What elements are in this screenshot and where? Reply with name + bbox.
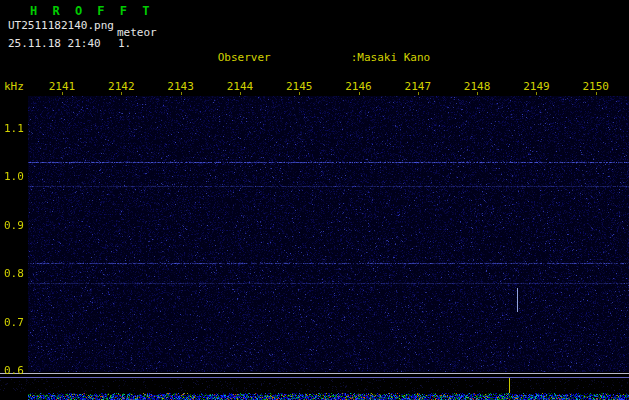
y-axis-label-0.7: 0.7 xyxy=(4,316,30,329)
x-axis-tickmark xyxy=(240,92,241,95)
y-axis-label-1.0: 1.0 xyxy=(4,170,30,183)
x-axis-tickmark xyxy=(181,92,182,95)
output-filename: UT2511182140.png xyxy=(8,19,114,32)
x-axis-tickmark xyxy=(477,92,478,95)
x-axis-tickmark xyxy=(596,92,597,95)
x-axis-tickmark xyxy=(121,92,122,95)
sheet-counter: 1. xyxy=(118,37,131,50)
datetime-label: 25.11.18 21:40 xyxy=(8,37,101,50)
app-title: H R O F F T xyxy=(30,4,153,18)
y-axis-label-0.8: 0.8 xyxy=(4,267,30,280)
info-value: :Masaki Kano xyxy=(351,51,430,64)
y-axis-label-1.1: 1.1 xyxy=(4,122,30,135)
y-axis-label-0.6: 0.6 xyxy=(4,364,30,377)
y-axis-unit-label: kHz xyxy=(4,80,24,93)
hrofft-screen: H R O F F T UT2511182140.png meteor 25.1… xyxy=(0,0,629,400)
x-axis-tickmark xyxy=(62,92,63,95)
x-axis-tickmark xyxy=(418,92,419,95)
info-row-observer: Observer:Masaki Kano xyxy=(178,41,583,52)
x-axis-tickmark xyxy=(536,92,537,95)
info-label: Observer xyxy=(218,52,351,63)
y-axis-label-0.9: 0.9 xyxy=(4,219,30,232)
x-axis-tickmark xyxy=(359,92,360,95)
spectrogram-canvas xyxy=(28,96,629,372)
x-axis-tickmark xyxy=(299,92,300,95)
level-meter-canvas xyxy=(0,372,629,400)
